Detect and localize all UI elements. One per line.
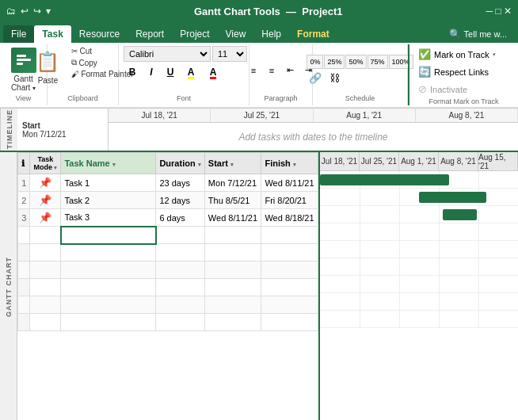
respect-links-label: Respect Links	[434, 67, 489, 77]
title-bar-left: 🗂 ↩ ↪ ▾	[6, 6, 51, 17]
timeline-date-col-3: Aug 1, '21	[314, 109, 416, 122]
redo-icon[interactable]: ↪	[33, 6, 41, 17]
align-center-button[interactable]: ≡	[263, 63, 280, 78]
pct-0-button[interactable]: 0%	[307, 55, 323, 69]
schedule-buttons: 0% 25% 50% 75% 100% 🔗 ⛓	[307, 55, 413, 86]
view-group-label: View	[16, 94, 31, 104]
cut-icon: ✂	[71, 47, 78, 55]
task-name-1[interactable]: Task 1	[61, 174, 156, 192]
format-group-label: Format Mark on Track	[428, 97, 498, 107]
main-area: GANTT CHART ℹ TaskMode ▾ Task Name ▾ Dur…	[0, 152, 518, 420]
row-num-4	[18, 227, 30, 244]
gantt-date-4: Aug 8, '21	[439, 152, 478, 170]
paste-button[interactable]: 📋 Paste	[29, 46, 67, 86]
format-painter-icon: 🖌	[71, 70, 79, 78]
pct-75-button[interactable]: 75%	[368, 55, 388, 69]
gantt-row-3	[320, 206, 518, 223]
tab-view[interactable]: View	[218, 25, 254, 43]
link-row: 🔗 ⛓	[307, 71, 413, 86]
paste-icon: 📋	[33, 48, 62, 76]
font-format-row: B I U A A	[124, 64, 223, 80]
start-1: Mon 7/12/21	[204, 174, 261, 192]
selected-input-row[interactable]	[18, 227, 318, 244]
task-name-2[interactable]: Task 2	[61, 192, 156, 209]
table-row[interactable]: 2 📌 Task 2 12 days Thu 8/5/21 Fri 8/20/2…	[18, 192, 318, 209]
tab-bar: File Task Resource Report Project View H…	[0, 22, 518, 43]
font-color-button[interactable]: A	[203, 64, 223, 80]
undo-icon[interactable]: ↩	[21, 6, 29, 17]
gantt-rows	[320, 171, 518, 328]
task-name-input-cell[interactable]	[61, 227, 156, 244]
tab-task[interactable]: Task	[34, 25, 70, 43]
highlight-color-button[interactable]: A	[181, 64, 201, 80]
inactivate-icon: ⊘	[418, 83, 427, 95]
font-selector-row: Calibri 11	[124, 46, 247, 62]
align-left-button[interactable]: ≡	[245, 63, 262, 78]
schedule-group: 0% 25% 50% 75% 100% 🔗 ⛓ Schedule	[313, 44, 408, 105]
table-row[interactable]: 1 📌 Task 1 23 days Mon 7/12/21 Wed 8/11/…	[18, 174, 318, 192]
respect-links-button[interactable]: 🔄 Respect Links	[414, 63, 513, 80]
italic-button[interactable]: I	[143, 64, 160, 80]
schedule-group-label: Schedule	[345, 94, 375, 104]
gantt-bar-3	[443, 209, 477, 220]
underline-button[interactable]: U	[162, 64, 179, 80]
copy-icon: ⧉	[71, 58, 77, 67]
align-group: ≡ ≡ ⇤ ⇥ Paragraph	[249, 44, 313, 105]
font-size-select[interactable]: 11	[212, 46, 247, 62]
align-group-label: Paragraph	[264, 94, 297, 104]
gantt-empty-row	[320, 223, 518, 241]
th-info: ℹ	[18, 153, 30, 174]
start-2: Thu 8/5/21	[204, 192, 261, 209]
gantt-empty-row	[320, 293, 518, 311]
tab-format[interactable]: Format	[289, 25, 337, 43]
timeline-main: Jul 18, '21 Jul 25, '21 Aug 1, '21 Aug 8…	[109, 109, 518, 151]
pct-25-button[interactable]: 25%	[324, 55, 345, 69]
link-tasks-button[interactable]: 🔗	[307, 71, 324, 86]
empty-row	[18, 279, 318, 296]
mark-on-track-icon: ✅	[418, 48, 431, 60]
task-mode-3: 📌	[30, 209, 61, 227]
tab-file[interactable]: File	[3, 25, 34, 43]
table-row[interactable]: 3 📌 Task 3 6 days Wed 8/11/21 Wed 8/18/2…	[18, 209, 318, 227]
timeline-date-col-1: Jul 18, '21	[109, 109, 211, 122]
task-name-3[interactable]: Task 3	[61, 209, 156, 227]
empty-row	[18, 262, 318, 279]
gantt-empty-row	[320, 311, 518, 328]
tab-project[interactable]: Project	[172, 25, 217, 43]
row-num-3: 3	[18, 209, 30, 227]
duration-1: 23 days	[156, 174, 204, 192]
row-num-2: 2	[18, 192, 30, 209]
inactivate-button[interactable]: ⊘ Inactivate	[414, 81, 513, 97]
task-name-input[interactable]	[65, 231, 152, 240]
mark-on-track-button[interactable]: ✅ Mark on Track ▾	[414, 46, 513, 63]
align-buttons: ≡ ≡ ⇤ ⇥	[245, 63, 317, 78]
mark-dropdown-icon: ▾	[493, 52, 496, 58]
task-mode-4	[30, 227, 61, 244]
tab-tellme[interactable]: 🔍 Tell me w...	[441, 25, 515, 43]
gantt-empty-row	[320, 258, 518, 276]
timeline-body: Add tasks with dates to the timeline	[109, 123, 518, 151]
svg-rect-0	[17, 55, 26, 57]
tab-resource[interactable]: Resource	[71, 25, 128, 43]
customize-icon[interactable]: ▾	[46, 6, 51, 17]
duration-2: 12 days	[156, 192, 204, 209]
task-table-panel: ℹ TaskMode ▾ Task Name ▾ Duration ▾ Star…	[17, 152, 318, 420]
font-group-label: Font	[177, 94, 191, 104]
duration-4	[156, 227, 204, 244]
clipboard-label: Clipboard	[67, 94, 98, 104]
tab-help[interactable]: Help	[253, 25, 289, 43]
unlink-tasks-button[interactable]: ⛓	[326, 71, 343, 86]
font-group: Calibri 11 B I U A A	[119, 44, 249, 105]
font-name-select[interactable]: Calibri	[124, 46, 211, 62]
pct-50-button[interactable]: 50%	[345, 55, 366, 69]
gantt-date-1: Jul 18, '21	[320, 152, 360, 170]
gantt-date-5: Aug 15, '21	[478, 152, 518, 170]
tab-report[interactable]: Report	[128, 25, 172, 43]
gantt-chart-panel: Jul 18, '21 Jul 25, '21 Aug 1, '21 Aug 8…	[318, 152, 518, 420]
indent-decrease-button[interactable]: ⇤	[281, 63, 299, 78]
timeline-date-col-4: Aug 8, '21	[416, 109, 518, 122]
bold-button[interactable]: B	[124, 64, 141, 80]
timeline-start: Start Mon 7/12/21	[17, 109, 109, 151]
gantt-bar-1	[320, 174, 449, 185]
gantt-row-1	[320, 171, 518, 189]
